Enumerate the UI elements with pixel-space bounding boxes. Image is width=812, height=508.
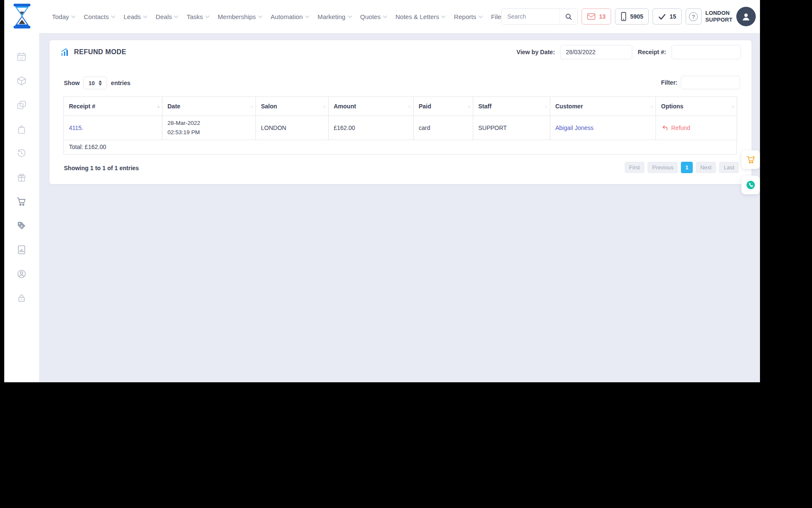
- entries-label: entries: [111, 80, 130, 86]
- copy-icon[interactable]: [16, 100, 27, 110]
- account-icon[interactable]: [16, 269, 27, 279]
- date-input[interactable]: [560, 45, 632, 59]
- nav-item-memberships[interactable]: Memberships: [218, 13, 262, 20]
- cart-fab-button[interactable]: [741, 150, 760, 169]
- calendar-icon[interactable]: 12: [16, 52, 27, 62]
- nav-label: Leads: [123, 13, 141, 20]
- receipt-link[interactable]: 4115.: [69, 124, 83, 131]
- pagination-next-button[interactable]: Next: [696, 162, 716, 173]
- nav-item-deals[interactable]: Deals: [156, 13, 178, 20]
- receipt-number-label: Receipt #:: [638, 49, 666, 55]
- topbar-right-cluster: 13 5905 15 ? LONDON SUPPORT: [502, 0, 756, 33]
- products-cube-icon[interactable]: [16, 76, 27, 86]
- sort-icon: ↑↓: [544, 104, 547, 109]
- messages-count: 13: [599, 13, 606, 20]
- nav-label: Memberships: [218, 13, 256, 20]
- tasks-count: 15: [669, 13, 676, 20]
- search-button[interactable]: [560, 9, 577, 24]
- pagination-first-button[interactable]: First: [625, 162, 645, 173]
- user-name-line2: SUPPORT: [705, 17, 732, 23]
- svg-text:12: 12: [20, 56, 23, 60]
- messages-badge[interactable]: 13: [582, 8, 611, 25]
- search-input[interactable]: [502, 9, 560, 24]
- date-value: 28-Mar-2022: [167, 119, 250, 128]
- sort-icon: ↑↓: [323, 104, 325, 109]
- hourglass-logo-icon[interactable]: [11, 3, 33, 29]
- refunds-table-wrap: Receipt #↑↓ Date↑↓ Salon↑↓ Amount↑↓ Paid…: [63, 97, 737, 155]
- main-nav: Today Contacts Leads Deals Tasks Members…: [52, 0, 505, 33]
- price-tag-icon[interactable]: $: [16, 221, 27, 231]
- nav-item-tasks[interactable]: Tasks: [187, 13, 208, 20]
- column-header-date[interactable]: Date↑↓: [162, 97, 256, 116]
- whatsapp-phone-icon: [745, 179, 756, 190]
- user-avatar[interactable]: [736, 7, 756, 26]
- shopping-bag-icon[interactable]: [16, 124, 27, 134]
- nav-item-contacts[interactable]: Contacts: [84, 13, 115, 20]
- receipt-number-input[interactable]: [672, 45, 741, 59]
- chevron-down-icon: [258, 14, 262, 18]
- lock-icon[interactable]: [16, 293, 27, 303]
- pagination-page-1-button[interactable]: 1: [681, 162, 692, 173]
- page-title-row: REFUND MODE: [60, 48, 126, 56]
- column-header-staff[interactable]: Staff↑↓: [473, 97, 550, 116]
- check-icon: [658, 13, 666, 20]
- nav-item-automation[interactable]: Automation: [271, 13, 309, 20]
- content-area: REFUND MODE View by Date: Receipt #: Sho…: [39, 33, 760, 382]
- sort-icon: ↑↓: [650, 104, 653, 109]
- report-document-icon[interactable]: [16, 245, 27, 255]
- svg-text:$: $: [21, 224, 23, 228]
- show-label: Show: [64, 80, 80, 86]
- pagination-last-button[interactable]: Last: [719, 162, 739, 173]
- nav-item-today[interactable]: Today: [52, 13, 75, 20]
- search-icon: [565, 13, 573, 21]
- sidebar: 12 $: [4, 33, 39, 382]
- customer-link[interactable]: Abigail Joness: [555, 124, 593, 131]
- phone-badge[interactable]: 5905: [615, 8, 649, 25]
- column-header-receipt[interactable]: Receipt #↑↓: [64, 97, 162, 116]
- refund-action[interactable]: Refund: [661, 124, 732, 132]
- cart-icon[interactable]: [16, 196, 27, 207]
- cell-paid: card: [414, 116, 473, 140]
- page-size-select[interactable]: 10: [83, 77, 107, 89]
- cell-staff: SUPPORT: [473, 116, 550, 140]
- time-value: 02:53:19 PM: [167, 128, 250, 137]
- nav-item-notes-letters[interactable]: Notes & Letters: [395, 13, 445, 20]
- column-header-options[interactable]: Options↑↓: [656, 97, 737, 116]
- return-arrow-icon: [661, 124, 668, 132]
- column-header-paid[interactable]: Paid↑↓: [414, 97, 473, 116]
- chevron-down-icon: [205, 14, 209, 18]
- person-icon: [741, 11, 752, 22]
- filter-input[interactable]: [681, 76, 740, 89]
- column-header-customer[interactable]: Customer↑↓: [550, 97, 656, 116]
- column-header-amount[interactable]: Amount↑↓: [329, 97, 414, 116]
- cell-receipt: 4115.: [64, 116, 162, 140]
- sort-icon: ↑↓: [250, 104, 252, 109]
- column-header-salon[interactable]: Salon↑↓: [256, 97, 329, 116]
- select-arrows-icon: [99, 80, 102, 86]
- pagination-previous-button[interactable]: Previous: [647, 162, 678, 173]
- cell-date: 28-Mar-2022 02:53:19 PM: [162, 116, 256, 140]
- cell-options: Refund: [656, 116, 737, 140]
- help-button[interactable]: ?: [686, 8, 702, 25]
- tasks-badge[interactable]: 15: [653, 8, 682, 25]
- mobile-icon: [620, 12, 627, 21]
- chart-icon: [60, 48, 69, 56]
- app-window: Today Contacts Leads Deals Tasks Members…: [4, 0, 760, 382]
- page-title: REFUND MODE: [74, 48, 126, 56]
- nav-item-marketing[interactable]: Marketing: [318, 13, 351, 20]
- entries-summary: Showing 1 to 1 of 1 entries: [64, 165, 139, 171]
- chevron-down-icon: [305, 14, 309, 18]
- chevron-down-icon: [348, 14, 352, 18]
- nav-item-leads[interactable]: Leads: [123, 13, 147, 20]
- user-name-line1: LONDON: [705, 10, 732, 17]
- history-icon[interactable]: [16, 148, 27, 158]
- nav-item-quotes[interactable]: Quotes: [360, 13, 387, 20]
- gift-icon[interactable]: [16, 172, 27, 182]
- nav-label: Automation: [271, 13, 303, 20]
- nav-item-reports[interactable]: Reports: [454, 13, 482, 20]
- whatsapp-fab-button[interactable]: [741, 176, 760, 194]
- topbar: Today Contacts Leads Deals Tasks Members…: [4, 0, 760, 33]
- show-entries-control: Show 10 entries: [64, 77, 130, 89]
- chevron-down-icon: [174, 14, 178, 18]
- cell-customer: Abigail Joness: [550, 116, 656, 140]
